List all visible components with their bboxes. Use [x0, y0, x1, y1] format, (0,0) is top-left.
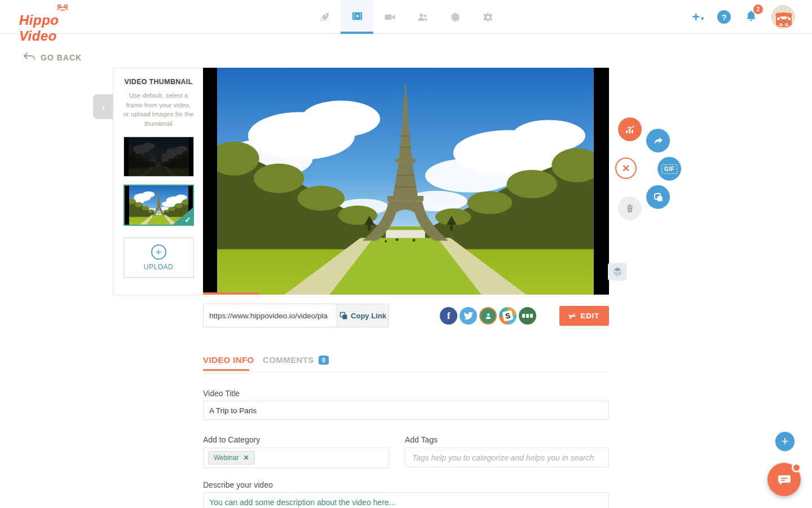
video-progress-bar[interactable] [203, 292, 259, 295]
description-label: Describe your video [203, 480, 273, 489]
go-back-button[interactable]: GO BACK [23, 52, 82, 63]
close-button[interactable]: ✕ [615, 157, 637, 179]
share-facebook-button[interactable]: f [440, 307, 457, 325]
delete-button[interactable] [618, 196, 642, 220]
share-more-button[interactable] [519, 307, 536, 325]
thumbnail-option-dark[interactable] [123, 137, 194, 177]
chevron-right-icon: › [102, 101, 105, 113]
hippo-avatar-icon [772, 6, 795, 29]
duplicate-icon [653, 192, 664, 203]
category-input[interactable]: Webinar ✕ [203, 448, 389, 468]
layers-button[interactable] [608, 263, 626, 281]
chip-remove-icon[interactable]: ✕ [243, 454, 249, 462]
tab-video-info[interactable]: VIDEO INFO [203, 355, 254, 365]
hippo-doodle-icon [55, 3, 70, 12]
trash-icon [625, 203, 635, 213]
tabs-divider [203, 371, 609, 372]
nav-settings[interactable] [471, 0, 504, 34]
create-gif-button[interactable]: GIF [657, 157, 681, 181]
category-chip-webinar: Webinar ✕ [208, 451, 255, 465]
header-actions: + ▾ ? 2 [692, 0, 795, 34]
rocket-icon [318, 11, 331, 24]
plus-icon: + [692, 10, 700, 24]
chat-notification-dot [792, 463, 801, 472]
more-apps-icon [522, 314, 525, 318]
teams-icon [416, 11, 429, 24]
hippo-video-logo[interactable]: Hippo Video [19, 3, 98, 32]
main-nav [308, 0, 504, 34]
video-title-input[interactable] [203, 401, 609, 420]
panel-collapse-handle[interactable]: › [93, 94, 113, 119]
edit-video-button[interactable]: ✂ EDIT [559, 306, 609, 326]
help-button[interactable]: ? [717, 10, 731, 24]
video-title-label: Video Title [203, 389, 240, 398]
logo-text: Hippo Video [19, 12, 98, 44]
dark-frame-preview [129, 137, 189, 176]
chat-bubble-icon [777, 473, 792, 487]
facebook-icon: f [447, 310, 451, 322]
share-slack-button[interactable]: S [499, 307, 517, 325]
contact-person-icon [484, 312, 492, 320]
hippo-video-app: Hippo Video [0, 0, 812, 508]
nav-campaigns[interactable] [308, 0, 341, 34]
copy-icon [339, 312, 348, 320]
share-contact-button[interactable] [479, 307, 497, 325]
user-avatar[interactable] [771, 5, 795, 29]
nav-integrations[interactable] [439, 0, 471, 34]
panel-title: VIDEO THUMBNAIL [123, 78, 194, 86]
record-camera-icon [383, 11, 396, 24]
settings-icon [482, 11, 495, 24]
layers-icon [612, 267, 623, 277]
create-new-button[interactable]: + ▾ [692, 10, 704, 24]
twitter-icon [464, 312, 473, 320]
floating-add-button[interactable]: + [775, 432, 795, 451]
description-textarea[interactable]: You can add some description about the v… [203, 492, 609, 508]
copy-link-label: Copy Link [351, 312, 386, 320]
scissors-icon: ✂ [567, 310, 578, 322]
chip-label: Webinar [214, 454, 239, 462]
video-library-icon [351, 10, 364, 23]
close-icon: ✕ [622, 163, 630, 174]
video-thumbnail-panel: VIDEO THUMBNAIL Use default, select a fr… [113, 68, 204, 295]
thumbnail-option-selected[interactable]: ✓ [123, 185, 194, 226]
integrations-icon [449, 11, 462, 24]
comments-count-badge: 0 [319, 356, 329, 365]
question-icon: ? [721, 12, 726, 22]
check-icon: ✓ [185, 216, 191, 224]
share-twitter-button[interactable] [460, 307, 477, 325]
share-arrow-icon [652, 135, 664, 146]
copy-link-button[interactable]: Copy Link [337, 304, 389, 327]
duplicate-button[interactable] [646, 185, 670, 209]
category-label: Add to Category [203, 435, 260, 444]
back-arrow-icon [23, 52, 36, 63]
slack-icon: S [502, 310, 513, 321]
video-url-input[interactable] [203, 304, 337, 327]
panel-description: Use default, select a frame from your vi… [123, 91, 194, 129]
analytics-icon [624, 124, 636, 135]
comments-label: COMMENTS [263, 355, 314, 365]
share-button[interactable] [646, 129, 670, 152]
chevron-down-icon: ▾ [701, 16, 704, 21]
video-frame-eiffel-tower [217, 68, 594, 295]
tags-input[interactable] [405, 448, 609, 467]
tags-label: Add Tags [405, 435, 438, 444]
video-player[interactable] [203, 68, 609, 295]
active-tab-underline [203, 369, 249, 371]
nav-teams[interactable] [406, 0, 439, 34]
top-navbar: Hippo Video [0, 0, 812, 34]
upload-plus-icon: + [151, 244, 166, 260]
gif-icon: GIF [661, 164, 677, 174]
upload-label: UPLOAD [144, 263, 173, 271]
upload-thumbnail-button[interactable]: + UPLOAD [123, 238, 194, 278]
go-back-label: GO BACK [41, 53, 82, 62]
nav-record[interactable] [373, 0, 406, 34]
nav-video-library[interactable] [341, 0, 373, 34]
plus-icon: + [782, 434, 789, 449]
edit-label: EDIT [580, 312, 599, 320]
notification-badge: 2 [753, 5, 763, 14]
notifications-button[interactable]: 2 [744, 8, 758, 25]
analytics-button[interactable] [618, 117, 642, 141]
tab-comments[interactable]: COMMENTS 0 [263, 355, 329, 365]
